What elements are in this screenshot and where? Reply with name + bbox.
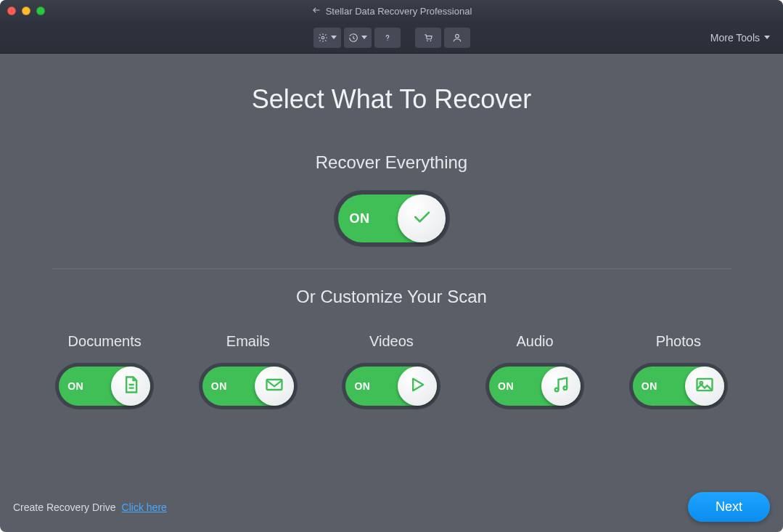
toggle-knob <box>111 367 150 406</box>
more-tools-label: More Tools <box>710 32 760 44</box>
category-videos: Videos ON <box>324 333 460 409</box>
svg-point-4 <box>455 34 459 38</box>
svg-point-0 <box>321 36 324 39</box>
category-audio: Audio ON <box>467 333 603 409</box>
category-documents: Documents ON <box>36 333 173 409</box>
category-row: Documents ON Emails <box>36 333 746 409</box>
toggle-knob <box>685 367 724 406</box>
more-tools-dropdown[interactable]: More Tools <box>710 22 770 53</box>
svg-point-6 <box>555 388 559 392</box>
create-recovery-drive-label: Create Recovery Drive <box>13 502 116 513</box>
next-button[interactable]: Next <box>688 492 770 522</box>
gear-dropdown-caret-icon <box>331 36 337 39</box>
videos-toggle[interactable]: ON <box>342 363 440 409</box>
settings-button[interactable] <box>313 28 341 48</box>
gear-icon <box>318 33 328 43</box>
photos-toggle-state: ON <box>641 380 657 392</box>
category-label-videos: Videos <box>369 333 414 350</box>
page-title: Select What To Recover <box>22 84 761 115</box>
cart-icon <box>422 33 434 43</box>
create-recovery-drive-link[interactable]: Click here <box>122 502 167 513</box>
videos-toggle-state: ON <box>354 380 370 392</box>
toggle-knob <box>541 367 581 406</box>
account-button[interactable] <box>444 28 470 48</box>
recover-everything-toggle-state: ON <box>350 211 370 226</box>
document-icon <box>120 375 141 398</box>
history-dropdown-caret-icon <box>361 36 367 39</box>
section-divider <box>52 269 731 269</box>
svg-point-2 <box>426 40 427 41</box>
customize-scan-title: Or Customize Your Scan <box>22 287 761 307</box>
check-icon <box>411 206 433 231</box>
question-icon <box>382 33 393 43</box>
help-button[interactable] <box>374 28 401 48</box>
toggle-knob <box>398 195 446 242</box>
zoom-window-button[interactable] <box>36 7 45 15</box>
next-button-label: Next <box>716 499 742 514</box>
photos-toggle[interactable]: ON <box>629 363 728 409</box>
toolbar: More Tools <box>0 22 783 54</box>
category-emails: Emails ON <box>180 333 316 409</box>
category-label-audio: Audio <box>517 333 554 350</box>
emails-toggle-state: ON <box>211 380 227 392</box>
cart-button[interactable] <box>415 28 441 48</box>
footer: Create Recovery Drive Click here Next <box>13 492 770 522</box>
history-button[interactable] <box>344 28 372 48</box>
category-label-emails: Emails <box>226 333 270 350</box>
audio-toggle-state: ON <box>498 380 514 392</box>
category-label-documents: Documents <box>68 333 142 350</box>
emails-toggle[interactable]: ON <box>199 363 298 409</box>
user-icon <box>452 33 462 43</box>
back-arrow-icon <box>311 5 321 17</box>
title-bar: Stellar Data Recovery Professional <box>0 0 783 22</box>
window-title: Stellar Data Recovery Professional <box>326 6 472 17</box>
recover-everything-title: Recover Everything <box>22 152 761 173</box>
music-icon <box>551 375 571 398</box>
main-content: Select What To Recover Recover Everythin… <box>0 84 783 409</box>
documents-toggle-state: ON <box>67 380 83 392</box>
image-icon <box>694 375 715 398</box>
app-window: Stellar Data Recovery Professional <box>0 0 783 532</box>
category-label-photos: Photos <box>656 333 701 350</box>
close-window-button[interactable] <box>7 7 16 15</box>
audio-toggle[interactable]: ON <box>485 363 584 409</box>
recover-everything-toggle[interactable]: ON <box>334 190 450 247</box>
minimize-window-button[interactable] <box>22 7 30 15</box>
history-icon <box>348 33 358 43</box>
category-photos: Photos ON <box>610 333 747 409</box>
more-tools-caret-icon <box>764 36 770 39</box>
svg-point-7 <box>564 386 567 390</box>
traffic-lights <box>7 7 45 15</box>
toggle-knob <box>255 367 294 406</box>
svg-point-1 <box>387 39 388 40</box>
documents-toggle[interactable]: ON <box>55 363 154 409</box>
svg-rect-5 <box>266 380 282 390</box>
play-icon <box>407 375 427 398</box>
envelope-icon <box>264 375 284 398</box>
svg-point-3 <box>430 40 431 41</box>
toggle-knob <box>398 367 437 406</box>
